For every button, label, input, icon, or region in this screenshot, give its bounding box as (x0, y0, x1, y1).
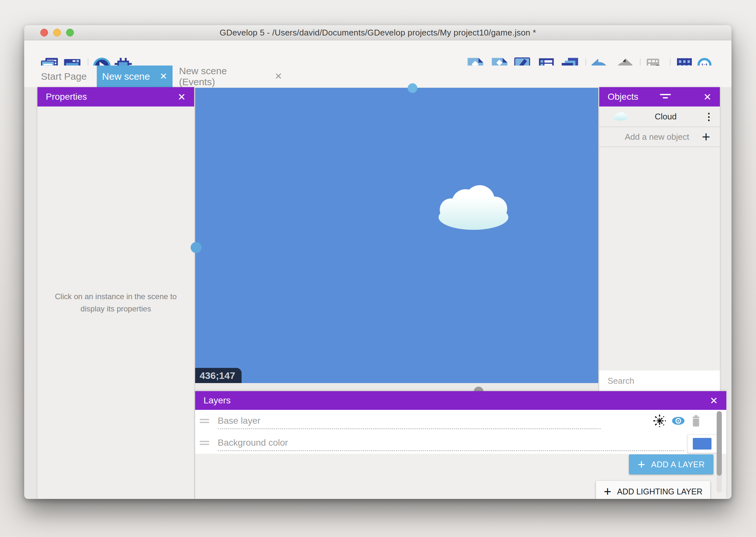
cloud-thumbnail (612, 111, 629, 122)
layers-header: Layers ✕ (195, 391, 726, 410)
tab-new-scene[interactable]: New scene ✕ (97, 65, 172, 87)
drag-handle-icon[interactable] (200, 417, 209, 425)
background-color-picker[interactable] (687, 434, 717, 453)
objects-header: Objects ✕ (599, 87, 720, 106)
toolbar: 1:1 (24, 40, 732, 65)
cloud-instance[interactable] (431, 182, 516, 231)
layer-row-base: Base layer (195, 410, 726, 432)
object-menu-icon[interactable]: ⋮ (702, 111, 715, 122)
add-lighting-layer-button[interactable]: + ADD LIGHTING LAYER (596, 481, 710, 499)
visibility-eye-icon[interactable] (671, 414, 685, 428)
maximize-window-button[interactable] (66, 29, 74, 36)
resize-handle-top[interactable] (408, 83, 417, 93)
search-input[interactable] (599, 376, 716, 386)
close-window-button[interactable] (40, 29, 48, 36)
tab-new-scene-events[interactable]: New scene (Events) ✕ (179, 65, 282, 87)
drag-handle-icon[interactable] (200, 439, 209, 447)
trash-icon[interactable] (689, 414, 703, 428)
objects-title: Objects (608, 92, 638, 102)
layer-name-field[interactable] (218, 413, 601, 429)
close-tab-icon[interactable]: ✕ (275, 72, 282, 81)
add-layer-label: ADD A LAYER (651, 460, 705, 469)
tab-start-page[interactable]: Start Page (35, 65, 93, 87)
title-bar: GDevelop 5 - /Users/david/Documents/GDev… (24, 25, 732, 40)
object-search-row (599, 370, 720, 391)
layers-title: Layers (204, 395, 231, 406)
add-lighting-layer-label: ADD LIGHTING LAYER (617, 487, 702, 496)
object-name: Cloud (629, 112, 702, 122)
close-panel-icon[interactable]: ✕ (178, 91, 186, 103)
plus-icon: + (699, 130, 713, 144)
cursor-coordinates-badge: 436;147 (195, 368, 242, 383)
properties-header: Properties ✕ (37, 87, 194, 106)
layers-scrollbar (717, 411, 722, 492)
properties-panel: Properties ✕ Click on an instance in the… (37, 87, 194, 499)
object-list-item[interactable]: Cloud ⋮ (599, 106, 720, 127)
scrollbar-thumb[interactable] (717, 411, 722, 476)
objects-panel: Objects ✕ (599, 87, 720, 391)
filter-icon[interactable] (660, 93, 671, 101)
minimize-window-button[interactable] (53, 29, 61, 36)
add-new-object-row[interactable]: Add a new object + (599, 127, 720, 147)
properties-title: Properties (46, 92, 87, 102)
resize-handle-left[interactable] (191, 242, 202, 253)
close-tab-icon[interactable]: ✕ (160, 72, 167, 81)
add-layer-button[interactable]: + ADD A LAYER (629, 454, 713, 475)
lighting-icon[interactable] (653, 414, 666, 428)
add-new-object-label: Add a new object (599, 132, 699, 142)
close-panel-icon[interactable]: ✕ (703, 91, 711, 103)
color-swatch (693, 438, 711, 450)
layer-name-field[interactable] (218, 435, 684, 451)
plus-icon: + (604, 485, 611, 498)
scene-canvas[interactable]: 436;147 (195, 88, 598, 383)
tab-bar: Start Page New scene ✕ New scene (Events… (24, 65, 732, 87)
properties-hint: Click on an instance in the scene to dis… (37, 290, 194, 315)
layer-row-background-color: Background color (195, 432, 726, 454)
tab-label: New scene (102, 71, 150, 82)
tab-label: New scene (Events) (179, 65, 265, 87)
traffic-lights (40, 29, 74, 36)
plus-icon: + (638, 458, 645, 471)
gdevelop-window: GDevelop 5 - /Users/david/Documents/GDev… (24, 25, 732, 499)
layers-panel: Layers ✕ Base layer Bac (195, 391, 726, 499)
close-panel-icon[interactable]: ✕ (710, 395, 718, 406)
scene-editor: 436;147 (195, 87, 598, 391)
window-title: GDevelop 5 - /Users/david/Documents/GDev… (220, 28, 536, 38)
desktop-background: GDevelop 5 - /Users/david/Documents/GDev… (0, 0, 756, 537)
tab-label: Start Page (41, 71, 87, 82)
